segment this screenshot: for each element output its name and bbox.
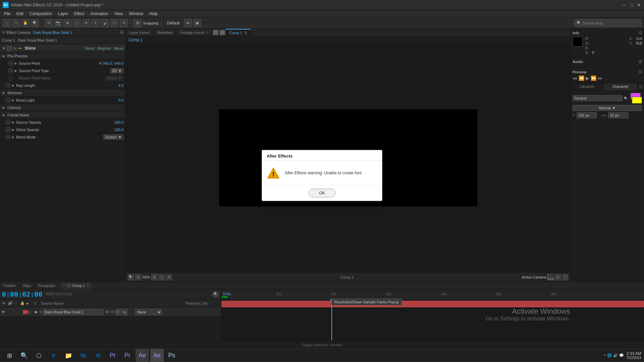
menu-layer[interactable]: Layer [55,11,71,17]
menu-file[interactable]: File [1,11,13,17]
minimize-button[interactable]: ─ [622,3,627,7]
snapping-btn[interactable]: ⊞ [133,19,142,27]
win-clock[interactable]: 2:33 AM 7/22/2019 [627,351,642,360]
fractal-noise-section[interactable]: ▶ Fractal Noise [0,111,125,119]
select-tool[interactable]: ↖ [12,19,20,27]
menu-effect[interactable]: Effect [71,11,87,17]
tray-expand[interactable]: ^ [604,354,605,358]
maximize-button[interactable]: □ [629,3,634,7]
comp-timeline-menu[interactable]: ☰ [86,283,90,288]
layer-3d[interactable]: ⬡ [115,309,121,315]
pre-process-expand[interactable]: ▶ [3,54,6,58]
mask-btn[interactable]: ⬡ [159,274,165,280]
tracker-tab[interactable]: Tracker [0,282,19,289]
audio-panel-menu[interactable]: ☰ [639,60,642,64]
font-name[interactable]: Ferdost [573,95,623,101]
align-tab[interactable]: Align [19,282,35,289]
mail-button[interactable]: ✉ [91,349,105,362]
search-button[interactable]: 🔍 [17,349,31,362]
tab-composition[interactable]: Comp 1 ☰ [226,29,251,36]
fractal-expand[interactable]: ▶ [3,113,6,117]
hand-tool[interactable]: ✋ [21,19,30,27]
prev-forward[interactable]: ⏩ [591,75,596,81]
photoshop-button[interactable]: Ps [165,349,178,362]
timeline-playhead[interactable] [331,299,332,341]
store-button[interactable]: 🛍 [76,349,90,362]
view-select[interactable]: 1 View [547,274,553,280]
layer-fx-btn[interactable]: fx [40,310,42,314]
source-point-type-keyframe[interactable]: ◎ [8,68,13,73]
source-point-expand[interactable]: ▶ [15,62,18,65]
stroke-color[interactable] [632,97,642,104]
expand-btn[interactable]: ⊞ [555,274,561,280]
notification-icon[interactable]: 💬 [619,353,624,358]
layer-visibility[interactable]: 👁 [1,310,6,314]
paragraph-tab[interactable]: Paragraph [35,282,59,289]
about-button[interactable]: About [114,46,123,50]
panel-icon[interactable]: □ [213,30,218,35]
layer-bar[interactable] [221,301,644,307]
pre-process-section[interactable]: ▶ Pre-Process [0,52,125,60]
panel-menu[interactable]: ☰ [120,30,123,35]
zoom-out-btn[interactable]: 🔍 [128,274,134,280]
blend-expand[interactable]: ▶ [12,135,15,139]
edge-button[interactable]: e [47,349,60,362]
source-point-keyframe[interactable]: ◎ [8,61,13,66]
panel-close[interactable]: ✕ [2,30,5,35]
shimmer-section[interactable]: ▶ Shimmer [0,89,125,97]
boost-light-keyframe[interactable]: ◎ [5,98,11,103]
comp-timeline-tab[interactable]: ✕ Comp 1 ☰ [59,282,94,289]
tab-layer[interactable]: Layer (none) [126,29,154,36]
fit-btn[interactable]: ⊞ [135,274,141,280]
reset-button[interactable]: Reset [85,46,95,50]
text-tool[interactable]: T [92,19,100,27]
menu-animation[interactable]: Animation [88,11,111,17]
parent-link-select[interactable]: None [135,309,162,315]
pan-tool[interactable]: ⊕ [63,19,71,27]
boost-expand[interactable]: ▶ [12,99,15,102]
workspace-expand[interactable]: ≫ [184,19,192,27]
comp-timeline-close[interactable]: ✕ [62,283,65,288]
after-effects-button[interactable]: Ae [136,349,149,362]
menu-window[interactable]: Window [126,11,146,17]
menu-view[interactable]: View [112,11,126,17]
time-display[interactable]: 0:00:02:00 [2,290,42,298]
zoom-level[interactable]: 50% [143,275,150,279]
tab-footage[interactable]: Footage (none) ✕ [176,29,212,36]
spt-expand[interactable]: ▶ [15,69,18,72]
timeline-ruler[interactable]: 0:00s 01s 02s 03s 04s 05s 06s [221,289,644,299]
source-point-type-dropdown[interactable]: 2D ▼ [110,68,123,73]
grid-btn[interactable]: ⊠ [151,274,157,280]
prev-last[interactable]: ⏭ [598,75,602,81]
shine-opacity-keyframe[interactable]: ◎ [5,127,11,132]
puppet-tool[interactable]: ✦ [120,19,128,27]
pen-tool[interactable]: ✒ [82,19,90,27]
search-help-box[interactable]: 🔍 Search Help [574,19,641,27]
3d-btn[interactable]: ☐ [562,274,568,280]
layer-expand[interactable]: ▶ [35,310,38,314]
menu-help[interactable]: Help [147,11,160,17]
ok-button[interactable]: OK [309,189,335,197]
fx-expand[interactable]: ▼ [2,46,6,50]
so-expand[interactable]: ▶ [12,121,15,124]
prev-play[interactable]: ▶ [586,75,589,81]
shimmer-expand[interactable]: ▶ [3,91,6,95]
timeline-search[interactable]: 🔍 [212,291,219,298]
shine-opacity-value[interactable]: 100.0 [114,128,123,132]
boost-light-value[interactable]: 0.0 [118,98,123,102]
panel-icon2[interactable]: □ [220,30,225,35]
explorer-button[interactable]: 📁 [62,349,75,362]
toggle-switches-label[interactable]: Toggle Switches / Modes [302,343,342,347]
premiere-pro2-button[interactable]: Pr [121,349,134,362]
ray-length-value[interactable]: 4.0 [118,83,123,87]
right-tabs-menu[interactable]: ☰ [638,83,644,90]
fx-enabled[interactable] [7,46,12,51]
font-size-input[interactable]: 192 px [577,112,597,118]
source-point-value[interactable]: 960.0, 540.0 [103,61,123,65]
layer-name-input[interactable] [43,309,103,315]
shape-tool[interactable]: □ [73,19,81,27]
prev-back[interactable]: ⏪ [579,75,584,81]
preview-panel-menu[interactable]: ☰ [639,70,642,74]
ray-length-keyframe[interactable]: ◎ [5,83,11,88]
settings-btn[interactable]: ⚙ [166,274,172,280]
